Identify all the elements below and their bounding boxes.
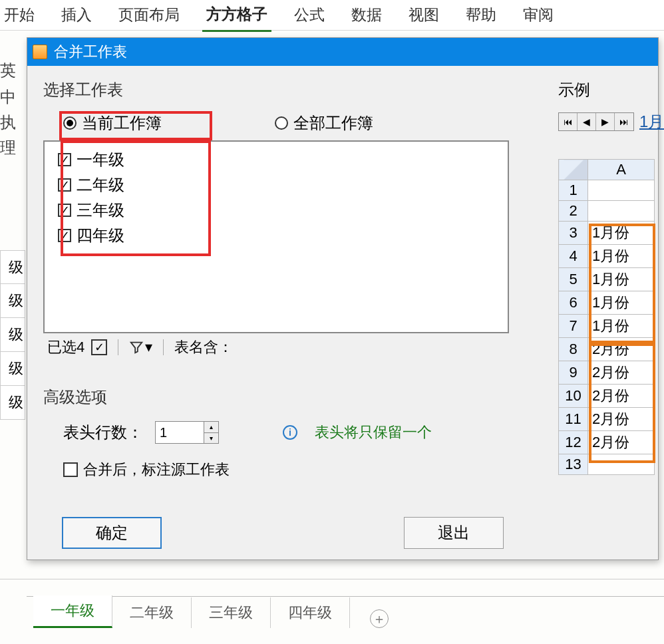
select-sheets-label: 选择工作表 — [43, 79, 522, 100]
ribbon-tab-insert[interactable]: 插入 — [57, 0, 96, 31]
ribbon-tab-help[interactable]: 帮助 — [462, 0, 500, 31]
cell[interactable] — [588, 201, 655, 222]
left-grade-cells: 级 级 级 级 级 — [0, 250, 25, 420]
merge-sheets-dialog: 合并工作表 选择工作表 当前工作簿 全部工作簿 一年级 二年级 三年级 — [27, 37, 659, 560]
header-note: 表头将只保留一个 — [315, 422, 432, 442]
row-header[interactable]: 6 — [559, 291, 588, 315]
ribbon-tab-layout[interactable]: 页面布局 — [114, 0, 184, 31]
row-header[interactable]: 13 — [559, 454, 588, 475]
cell[interactable] — [588, 454, 655, 475]
add-sheet-button[interactable]: ＋ — [370, 609, 389, 628]
chevron-down-icon: ▾ — [145, 339, 152, 356]
mark-source-checkbox[interactable] — [63, 462, 78, 477]
header-rows-input[interactable]: 1 ▴ ▾ — [155, 421, 219, 444]
sheet-nav-buttons: ⏮ ◀ ▶ ⏭ — [558, 112, 634, 131]
sheet-name-label: 二年级 — [77, 174, 124, 196]
cell[interactable]: 2月份 — [588, 385, 655, 408]
left-text-4: 理 — [0, 137, 16, 158]
filter-button[interactable]: ▾ — [129, 339, 152, 356]
ribbon-tab-formula[interactable]: 公式 — [290, 0, 329, 31]
ribbon-tab-fangfang[interactable]: 方方格子 — [202, 0, 271, 32]
sheet-item-4[interactable]: 四年级 — [58, 223, 494, 248]
nav-first-icon[interactable]: ⏮ — [559, 113, 578, 130]
cell[interactable]: 2月份 — [588, 408, 655, 431]
divider — [0, 579, 664, 579]
ribbon-tab-data[interactable]: 数据 — [347, 0, 386, 31]
separator — [118, 339, 118, 355]
checkbox-icon[interactable] — [58, 204, 71, 217]
info-icon: i — [283, 425, 297, 440]
radio-all-workbooks[interactable]: 全部工作簿 — [275, 112, 373, 134]
sheet-tab-2[interactable]: 二年级 — [112, 597, 192, 628]
spinner-up[interactable]: ▴ — [204, 422, 218, 433]
sheet-item-2[interactable]: 二年级 — [58, 172, 494, 198]
checkbox-icon[interactable] — [58, 153, 71, 166]
row-header[interactable]: 9 — [559, 361, 588, 385]
separator — [163, 339, 164, 355]
cell[interactable] — [588, 180, 655, 201]
sheet-item-3[interactable]: 三年级 — [58, 198, 494, 223]
sheet-item-1[interactable]: 一年级 — [58, 147, 494, 172]
left-cell[interactable]: 级 — [0, 284, 25, 318]
ribbon-tab-start[interactable]: 开始 — [0, 0, 39, 31]
sheet-name-label: 三年级 — [77, 200, 124, 221]
radio-icon — [275, 116, 288, 130]
row-header[interactable]: 8 — [559, 338, 588, 361]
row-header[interactable]: 7 — [559, 315, 588, 338]
cell[interactable]: 1月份 — [588, 315, 655, 338]
sheet-tab-3[interactable]: 三年级 — [192, 597, 271, 628]
ok-button[interactable]: 确定 — [62, 517, 162, 549]
radio-current-workbook[interactable]: 当前工作簿 — [63, 112, 162, 134]
left-cell[interactable]: 级 — [0, 352, 25, 386]
preview-sheet-name[interactable]: 1月 — [639, 111, 664, 132]
nav-next-icon[interactable]: ▶ — [596, 113, 615, 130]
checkbox-icon[interactable] — [58, 229, 71, 242]
app-icon — [33, 45, 47, 59]
row-header[interactable]: 3 — [559, 222, 588, 245]
row-header[interactable]: 5 — [559, 268, 588, 291]
sheet-tab-4[interactable]: 四年级 — [271, 597, 350, 628]
sheet-name-label: 四年级 — [77, 225, 124, 246]
row-header[interactable]: 2 — [559, 201, 588, 222]
sheet-list: 一年级 二年级 三年级 四年级 — [43, 140, 509, 333]
select-all-corner[interactable] — [559, 160, 588, 180]
sheet-tab-1[interactable]: 一年级 — [33, 595, 112, 628]
cell[interactable]: 1月份 — [588, 222, 655, 245]
cancel-button[interactable]: 退出 — [404, 517, 504, 549]
ribbon: 开始 插入 页面布局 方方格子 公式 数据 视图 帮助 审阅 — [0, 0, 664, 31]
col-header-a[interactable]: A — [588, 160, 655, 180]
cell[interactable]: 1月份 — [588, 291, 655, 315]
ribbon-tab-review[interactable]: 审阅 — [519, 0, 558, 31]
left-cell[interactable]: 级 — [0, 386, 25, 420]
cell[interactable]: 2月份 — [588, 361, 655, 385]
sheet-list-footer: 已选4 ▾ 表名含： — [43, 337, 522, 357]
row-header[interactable]: 4 — [559, 245, 588, 268]
spinner-down[interactable]: ▾ — [204, 433, 218, 444]
cell[interactable]: 1月份 — [588, 245, 655, 268]
preview-panel: 示例 ⏮ ◀ ▶ ⏭ 1月 A 1 2 31月份 41月份 51月份 — [558, 79, 664, 475]
cell[interactable]: 1月份 — [588, 268, 655, 291]
left-cell[interactable]: 级 — [0, 250, 25, 284]
ribbon-tab-view[interactable]: 视图 — [405, 0, 443, 31]
cell[interactable]: 2月份 — [588, 431, 655, 454]
left-text-1: 英 — [0, 60, 16, 81]
filter-label: 表名含： — [174, 337, 233, 357]
row-header[interactable]: 11 — [559, 408, 588, 431]
row-header[interactable]: 12 — [559, 431, 588, 454]
funnel-icon — [129, 340, 144, 355]
row-header[interactable]: 10 — [559, 385, 588, 408]
radio-all-label: 全部工作簿 — [293, 112, 373, 134]
cell[interactable]: 2月份 — [588, 338, 655, 361]
advanced-options-group: 高级选项 表头行数： 1 ▴ ▾ i 表头将只保留一个 合并后，标注源工作表 — [43, 387, 522, 480]
toggle-all-checkbox[interactable] — [91, 339, 107, 355]
header-rows-label: 表头行数： — [63, 422, 143, 443]
row-header[interactable]: 1 — [559, 180, 588, 201]
left-cell[interactable]: 级 — [0, 318, 25, 352]
checkbox-icon[interactable] — [58, 178, 71, 192]
nav-last-icon[interactable]: ⏭ — [615, 113, 633, 130]
nav-prev-icon[interactable]: ◀ — [578, 113, 596, 130]
filter-input[interactable] — [240, 338, 319, 357]
dialog-titlebar[interactable]: 合并工作表 — [27, 38, 658, 66]
preview-label: 示例 — [558, 79, 664, 100]
spinner: ▴ ▾ — [204, 422, 218, 443]
